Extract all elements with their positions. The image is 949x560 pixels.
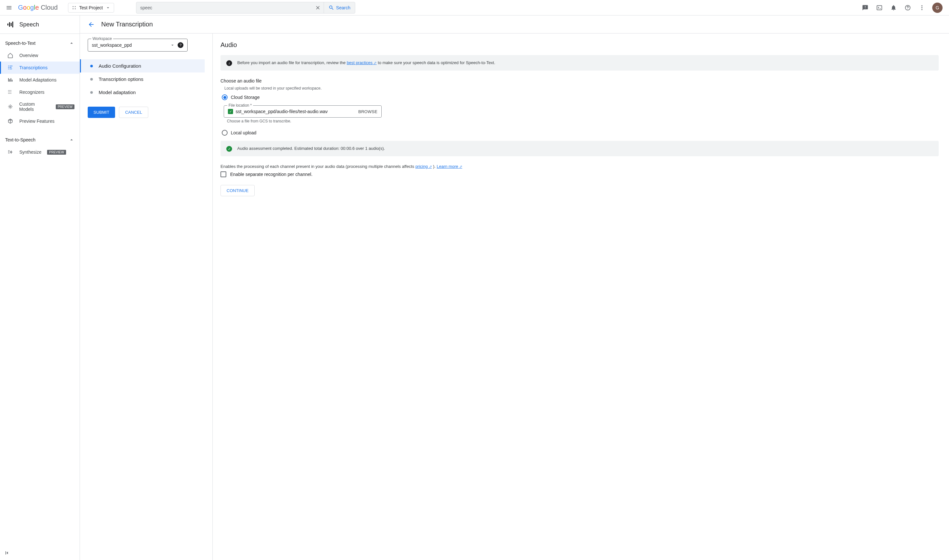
step-label: Transcription options xyxy=(99,76,143,82)
help-icon[interactable] xyxy=(904,4,912,12)
search-icon xyxy=(328,5,334,11)
sidebar-item-transcriptions[interactable]: Transcriptions xyxy=(0,62,80,74)
file-hint: Choose a file from GCS to transcribe. xyxy=(227,119,939,123)
more-icon[interactable] xyxy=(918,4,926,12)
sidebar-item-custom-models[interactable]: Custom Models PREVIEW xyxy=(0,98,80,115)
transcriptions-icon xyxy=(7,65,14,71)
sidebar-item-label: Custom Models xyxy=(19,102,50,112)
best-practices-link[interactable]: best practices ⬀ xyxy=(347,60,377,65)
learn-more-link[interactable]: Learn more ⬀ xyxy=(437,164,462,169)
workspace-select[interactable]: Workspace sst_workspace_ppd ? xyxy=(88,38,188,52)
browse-button[interactable]: BROWSE xyxy=(358,109,377,114)
speech-icon xyxy=(6,21,14,28)
chevron-down-icon xyxy=(105,5,111,10)
cancel-button[interactable]: CANCEL xyxy=(119,107,148,118)
sidebar-item-overview[interactable]: Overview xyxy=(0,49,80,62)
search-label: Search xyxy=(336,5,350,10)
radio-icon xyxy=(222,130,228,135)
section-text-to-speech[interactable]: Text-to-Speech xyxy=(0,134,80,146)
svg-rect-34 xyxy=(8,152,10,152)
submit-button[interactable]: SUBMIT xyxy=(88,107,115,118)
chevron-down-icon xyxy=(170,43,175,48)
sidebar-item-recognizers[interactable]: Recognizers xyxy=(0,86,80,98)
file-location-field[interactable]: File location * ✓ sst_workspace_ppd/audi… xyxy=(224,105,382,118)
workspace-label: Workspace xyxy=(91,36,113,41)
sidebar-collapse-icon[interactable] xyxy=(4,550,10,556)
svg-rect-21 xyxy=(11,78,11,82)
sidebar-item-label: Synthesize xyxy=(19,149,41,155)
info-icon: i xyxy=(226,60,232,66)
back-arrow-icon[interactable] xyxy=(88,21,95,28)
svg-point-3 xyxy=(75,8,76,9)
header-icons: G xyxy=(861,3,944,13)
chevron-up-icon xyxy=(69,40,74,46)
sidebar-item-preview-features[interactable]: Preview Features xyxy=(0,115,80,127)
sidebar-item-model-adaptations[interactable]: Model Adaptations xyxy=(0,74,80,86)
help-icon[interactable]: ? xyxy=(178,42,183,48)
svg-rect-11 xyxy=(11,23,12,26)
svg-rect-33 xyxy=(8,151,10,151)
section-speech-to-text[interactable]: Speech-to-Text xyxy=(0,37,80,49)
assessment-text: Audio assessment completed. Estimated to… xyxy=(237,145,385,152)
preview-badge: PREVIEW xyxy=(56,105,74,109)
svg-point-7 xyxy=(921,7,922,8)
content: Audio i Before you import an audio file … xyxy=(213,34,949,560)
radio-icon xyxy=(222,94,228,100)
step-dot-icon xyxy=(90,78,93,80)
svg-rect-24 xyxy=(9,90,10,91)
avatar[interactable]: G xyxy=(932,3,943,13)
page-title: New Transcription xyxy=(101,21,153,28)
svg-point-6 xyxy=(921,5,922,6)
send-feedback-icon[interactable] xyxy=(861,4,869,12)
channel-text: Enables the processing of each channel p… xyxy=(220,164,939,169)
svg-rect-14 xyxy=(10,66,12,66)
radio-cloud-storage[interactable]: Cloud Storage xyxy=(222,94,939,100)
svg-rect-12 xyxy=(12,22,13,28)
svg-rect-37 xyxy=(11,151,12,154)
search-clear-icon[interactable] xyxy=(312,2,324,13)
main: New Transcription Workspace sst_workspac… xyxy=(80,15,949,560)
step-audio-config[interactable]: Audio Configuration xyxy=(80,59,205,72)
workspace-value: sst_workspace_ppd xyxy=(92,43,170,48)
svg-rect-17 xyxy=(8,69,9,69)
hamburger-menu-icon[interactable] xyxy=(5,4,13,12)
home-icon xyxy=(7,52,14,58)
choose-hint: Local uploads will be stored in your spe… xyxy=(224,86,939,91)
project-picker[interactable]: Test Project xyxy=(68,3,114,12)
separate-channel-checkbox[interactable]: Enable separate recognition per channel. xyxy=(220,171,939,177)
continue-button[interactable]: CONTINUE xyxy=(220,185,255,196)
step-model-adaptation[interactable]: Model adaptation xyxy=(88,86,205,99)
svg-rect-9 xyxy=(8,23,8,25)
svg-rect-39 xyxy=(6,551,6,554)
step-column: Workspace sst_workspace_ppd ? Audio Conf… xyxy=(80,34,213,560)
radio-local-upload[interactable]: Local upload xyxy=(222,130,939,135)
preview-badge: PREVIEW xyxy=(47,150,66,155)
assessment-box: ✓ Audio assessment completed. Estimated … xyxy=(220,141,939,156)
svg-rect-31 xyxy=(11,93,11,94)
svg-rect-15 xyxy=(8,67,9,68)
google-cloud-logo[interactable]: Google Cloud xyxy=(18,4,58,11)
step-dot-icon xyxy=(90,91,93,94)
svg-rect-30 xyxy=(9,93,10,94)
step-transcription-options[interactable]: Transcription options xyxy=(88,72,205,86)
success-icon: ✓ xyxy=(226,146,232,152)
svg-rect-29 xyxy=(8,93,9,94)
svg-point-2 xyxy=(72,8,74,9)
search-button[interactable]: Search xyxy=(324,2,355,13)
sidebar-item-synthesize[interactable]: Synthesize PREVIEW xyxy=(0,146,80,158)
pricing-link[interactable]: pricing ⬀ xyxy=(416,164,432,169)
cloud-shell-icon[interactable] xyxy=(875,4,883,12)
step-label: Audio Configuration xyxy=(99,63,141,69)
sidebar-item-label: Recognizers xyxy=(19,89,45,95)
search-input[interactable] xyxy=(136,5,312,10)
notifications-icon[interactable] xyxy=(890,4,897,12)
step-label: Model adaptation xyxy=(99,89,136,95)
check-icon: ✓ xyxy=(228,109,233,114)
file-location-value: sst_workspace_ppd/audio-files/test-audio… xyxy=(236,109,358,114)
svg-point-0 xyxy=(72,6,74,7)
checkbox-icon xyxy=(220,171,226,177)
sidebar-item-label: Preview Features xyxy=(19,118,54,124)
sidebar-item-label: Transcriptions xyxy=(19,65,48,70)
main-header: New Transcription xyxy=(80,15,949,34)
svg-rect-19 xyxy=(8,78,9,82)
